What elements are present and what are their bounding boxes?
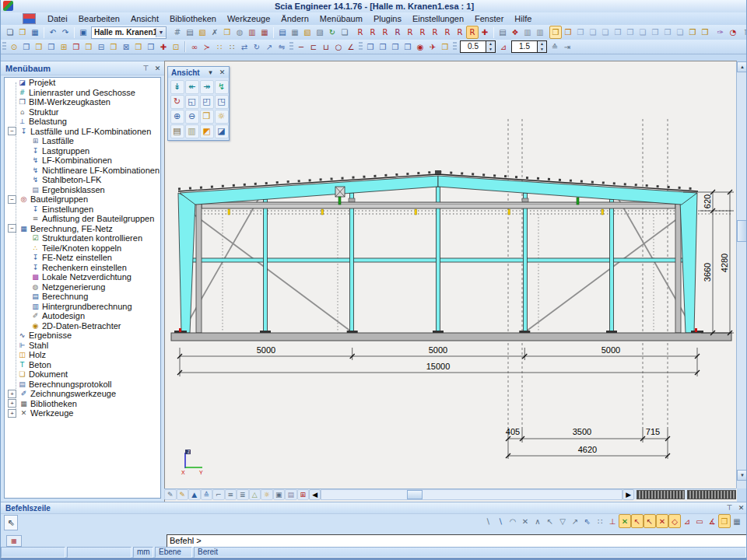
tree-expander[interactable]: [8, 352, 17, 359]
graphics-area[interactable]: 5000 5000 5000 15000 620 3660 4280 405 3…: [164, 61, 737, 502]
libraries-button[interactable]: ▧: [301, 26, 314, 39]
model-panel-button[interactable]: ❒: [82, 40, 95, 54]
window-b-button[interactable]: ❏: [599, 26, 612, 39]
horizontal-scrollbar[interactable]: [321, 489, 622, 500]
close-icon[interactable]: ✕: [217, 68, 227, 78]
line-grid-button[interactable]: ⊥: [606, 514, 619, 528]
command-history-icon[interactable]: ▦: [6, 535, 22, 547]
tree-item[interactable]: + ▦ Bibliotheken: [5, 399, 160, 409]
snap-free-button[interactable]: ∖: [482, 514, 494, 528]
menu-item[interactable]: Bibliotheken: [164, 13, 222, 24]
bim-print-button[interactable]: ▤: [184, 26, 196, 39]
tree-expander[interactable]: [21, 166, 30, 173]
undo-button[interactable]: ↶: [47, 26, 59, 39]
tree-item[interactable]: ▩ Lokale Netzverdichtung: [5, 272, 160, 282]
snap-length-button[interactable]: ∖: [494, 514, 507, 528]
tree-expander[interactable]: [21, 138, 30, 145]
tree-item[interactable]: ↧ Lastgruppen: [5, 146, 160, 156]
shading-button[interactable]: △: [249, 489, 261, 500]
labels-button[interactable]: ⌐: [212, 489, 225, 500]
tree-item[interactable]: ↧ Einstellungen: [5, 205, 160, 215]
draw-angle-button[interactable]: ∠: [345, 40, 357, 54]
vertical-scrollbar[interactable]: ▲ ▼: [736, 61, 747, 488]
viewport-4-button[interactable]: ❐: [402, 40, 414, 54]
model-subregion-button[interactable]: ❒: [107, 40, 120, 54]
command-input[interactable]: Befehl >: [167, 534, 747, 548]
cursor-snap-settings-button[interactable]: ⇖: [581, 514, 594, 528]
tree-expander[interactable]: [21, 235, 30, 242]
tree-item[interactable]: + ✐ Zeichnungswerkzeuge: [5, 389, 160, 399]
model-node-button[interactable]: ⊙: [8, 40, 20, 54]
model-arbitrary-button[interactable]: ❒: [132, 40, 145, 54]
window-g-button[interactable]: ❐: [661, 26, 674, 39]
draw-circle-button[interactable]: ○: [332, 40, 345, 54]
tree-item[interactable]: ∴ Teile/Knoten koppeln: [5, 243, 160, 254]
model-rib-button[interactable]: ⊠: [120, 40, 132, 54]
tree-item[interactable]: ▤ Berechnungsprotokoll: [5, 380, 160, 390]
snap-endpoint-button[interactable]: ↖: [631, 514, 644, 528]
volumes-button[interactable]: ≙: [201, 489, 213, 500]
wireframe-button[interactable]: ✎: [164, 489, 177, 500]
select-remove-button[interactable]: R: [454, 26, 466, 39]
fly-mode-button[interactable]: ✈: [426, 40, 439, 54]
tree-item[interactable]: ❒ BIM-Werkzeugkasten: [5, 97, 160, 107]
new-project-button[interactable]: ❏: [4, 26, 16, 39]
scroll-down-icon[interactable]: ▼: [737, 470, 747, 481]
copy-picture-button[interactable]: ▥: [185, 124, 199, 138]
model-connect-button[interactable]: ⊡: [170, 40, 182, 54]
tree-item[interactable]: ↯ Nichtlineare LF-Kombinationen: [5, 166, 160, 176]
window-c-button[interactable]: ❐: [612, 26, 624, 39]
tree-expander[interactable]: [8, 118, 17, 125]
tree-item[interactable]: ▥ Hintergrundberechnung: [5, 302, 160, 312]
zoom-in-button[interactable]: ⊕: [170, 110, 184, 124]
bim-dialog-button[interactable]: ▥: [246, 26, 258, 39]
scroll-up-icon[interactable]: ▲: [737, 61, 747, 72]
docked-toolbar-grip[interactable]: [687, 490, 736, 499]
ansicht-header[interactable]: Ansicht ▾ ✕: [168, 67, 229, 78]
window-d-button[interactable]: ❐: [624, 26, 637, 39]
tree-expander[interactable]: [21, 177, 30, 184]
tree-item[interactable]: ⊞ Lastfälle: [5, 136, 160, 146]
copy-button[interactable]: ∷: [213, 40, 226, 54]
hinge-button[interactable]: ≻: [201, 40, 213, 54]
select-modify-button[interactable]: R: [379, 26, 391, 39]
tree-expander[interactable]: [8, 332, 17, 339]
tree-item[interactable]: ∿ Ergebnisse: [5, 331, 160, 341]
snap-arc-button[interactable]: ◠: [507, 514, 519, 528]
status-units[interactable]: mm: [133, 547, 153, 558]
lamp-button[interactable]: ▣: [273, 489, 286, 500]
tree-expander[interactable]: +: [8, 390, 16, 398]
toolbar-grip[interactable]: [359, 42, 363, 51]
view-top-button[interactable]: ↡: [170, 80, 184, 94]
bim-clipboard-button[interactable]: ❒: [221, 26, 233, 39]
menu-item[interactable]: Menübaum: [314, 13, 368, 24]
snap-face-button[interactable]: ▽: [556, 514, 569, 528]
select-single-button[interactable]: R: [404, 26, 416, 39]
tree-expander[interactable]: [21, 274, 30, 281]
grid-view-button[interactable]: ⊞: [297, 489, 310, 500]
menu-item[interactable]: Fenster: [469, 13, 509, 24]
tree-item[interactable]: # Linienraster und Geschosse: [5, 88, 160, 98]
pin-bar-button[interactable]: ⊺: [739, 26, 747, 39]
bim-export-button[interactable]: ✗: [209, 26, 221, 39]
surfaces-button[interactable]: ▲: [188, 489, 201, 500]
selection-cursor-button[interactable]: ⇖: [4, 515, 18, 530]
tree-expander[interactable]: [21, 283, 30, 290]
tree-item[interactable]: ↧ FE-Netz einstellen: [5, 253, 160, 263]
model-cross-button[interactable]: ❒: [45, 40, 58, 54]
tree-expander[interactable]: −: [8, 127, 16, 135]
tree-item[interactable]: ☑ Strukturdaten kontrollieren: [5, 233, 160, 243]
window-cascade-button[interactable]: ❐: [699, 26, 711, 39]
toolbar-grip[interactable]: [289, 42, 293, 51]
snap-midpoint-button[interactable]: ✕: [619, 514, 631, 528]
tree-item[interactable]: ↧ Rechenkern einstellen: [5, 263, 160, 273]
snap-percent-button[interactable]: ∡: [706, 514, 718, 528]
close-icon[interactable]: ✕: [153, 63, 163, 73]
tree-item[interactable]: T Beton: [5, 360, 160, 370]
zoom-window-button[interactable]: ◱: [185, 95, 199, 109]
menu-item[interactable]: Bearbeiten: [73, 13, 125, 24]
tree-item[interactable]: ↯ Stahlbeton-LFK: [5, 175, 160, 185]
snap-orthogonal-button[interactable]: ✕: [656, 514, 668, 528]
tree-expander[interactable]: [21, 264, 30, 271]
tree-item[interactable]: ✐ Autodesign: [5, 311, 160, 321]
